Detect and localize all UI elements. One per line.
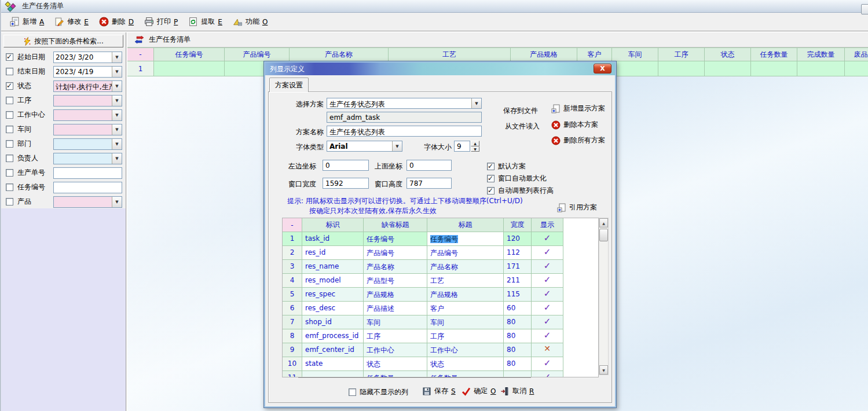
default-title-cell[interactable]: 车间 — [364, 315, 427, 329]
field-id-cell[interactable]: emf_process_id — [302, 329, 364, 343]
grid-column-header[interactable]: 宽度 — [504, 218, 532, 232]
column-header[interactable]: 产品规格 — [511, 48, 577, 61]
default-scheme-checkbox[interactable] — [487, 163, 495, 170]
new-button[interactable]: 新增A — [6, 15, 48, 28]
field-id-cell[interactable] — [302, 371, 364, 377]
show-cell[interactable]: ✓ — [532, 371, 563, 377]
column-header[interactable]: 车间 — [612, 48, 658, 61]
width-cell[interactable]: 115 — [504, 288, 532, 302]
row-number-cell[interactable]: 2 — [283, 246, 302, 260]
width-cell[interactable]: 80 — [504, 329, 532, 343]
condition-checkbox[interactable] — [6, 184, 13, 191]
width-cell[interactable]: 80 — [504, 315, 532, 329]
default-title-cell[interactable]: 状态 — [364, 357, 427, 371]
table-cell[interactable] — [845, 61, 868, 76]
reference-scheme-button[interactable]: 引用方案 — [557, 203, 597, 212]
dropdown-arrow-icon[interactable]: ▼ — [112, 110, 122, 120]
column-header[interactable]: 状态 — [705, 48, 751, 61]
spin-up-icon[interactable]: ▲ — [471, 141, 479, 146]
show-cell[interactable]: ✓ — [532, 315, 563, 329]
grid-row[interactable]: 1 task_id 任务编号 任务编号 120 ✓ — [283, 232, 564, 246]
table-cell[interactable] — [658, 61, 705, 76]
window-height-input[interactable]: 787 — [406, 178, 452, 189]
left-coord-input[interactable]: 0 — [323, 160, 369, 171]
dropdown-arrow-icon[interactable]: ▼ — [112, 52, 122, 63]
grid-horizontal-scrollbar[interactable] — [298, 377, 531, 379]
condition-control[interactable]: ▼ — [53, 167, 122, 179]
grid-vertical-scrollbar[interactable]: ▲ ▼ — [599, 218, 609, 375]
condition-control[interactable]: ▼ — [53, 95, 122, 107]
column-header[interactable]: 工序 — [658, 48, 705, 61]
title-cell[interactable]: 工艺 — [427, 274, 504, 288]
spin-down-icon[interactable]: ▼ — [471, 146, 479, 152]
corner-partial-button[interactable] — [861, 4, 868, 14]
title-cell[interactable]: 工作中心 — [427, 343, 504, 357]
title-cell[interactable]: 客户 — [427, 302, 504, 315]
grid-column-header[interactable]: 标题 — [427, 218, 504, 232]
width-cell[interactable]: 211 — [504, 274, 532, 288]
top-coord-input[interactable]: 0 — [406, 160, 452, 171]
grid-column-header[interactable]: 标识 — [302, 218, 364, 232]
delete-all-schemes-button[interactable]: 删除所有方案 — [551, 135, 605, 145]
default-title-cell[interactable]: 产品编号 — [364, 246, 427, 260]
title-cell[interactable]: 产品名称 — [427, 260, 504, 274]
condition-control[interactable]: ▼ — [53, 138, 122, 150]
font-type-combo[interactable]: Arial ▼ — [327, 141, 402, 152]
window-width-input[interactable]: 1592 — [323, 178, 369, 189]
table-cell[interactable] — [751, 61, 797, 76]
row-number-cell[interactable]: 11 — [283, 371, 302, 377]
dropdown-arrow-icon[interactable]: ▼ — [112, 81, 122, 91]
row-number-cell[interactable]: 8 — [283, 329, 302, 343]
column-header[interactable]: 任务数量 — [751, 48, 797, 61]
show-cell[interactable]: ✓ — [532, 260, 563, 274]
width-cell[interactable]: 80 — [504, 343, 532, 357]
grid-row[interactable]: 4 res_model 产品型号 工艺 211 ✓ — [283, 274, 564, 288]
default-title-cell[interactable]: 工序 — [364, 329, 427, 343]
condition-control[interactable]: ▼ — [53, 182, 122, 193]
condition-checkbox[interactable] — [6, 169, 13, 177]
row-number-cell[interactable]: 9 — [283, 343, 302, 357]
title-cell[interactable]: 车间 — [427, 315, 504, 329]
grid-column-header[interactable]: - — [283, 218, 302, 232]
dialog-titlebar[interactable]: 列显示定义 — [265, 63, 615, 75]
row-number-cell[interactable]: 7 — [283, 315, 302, 329]
grid-row[interactable]: 3 res_name 产品名称 产品名称 171 ✓ — [283, 260, 564, 274]
dropdown-arrow-icon[interactable]: ▼ — [112, 139, 122, 149]
column-header[interactable]: 客户 — [577, 48, 612, 61]
show-cell[interactable]: ✓ — [532, 232, 563, 246]
extract-button[interactable]: 提取E — [184, 15, 226, 28]
default-title-cell[interactable]: 任务编号 — [364, 232, 427, 246]
condition-control[interactable]: 2023/ 3/20 ▼ — [53, 52, 122, 63]
ok-button[interactable]: 确定O — [462, 386, 496, 396]
grid-row[interactable]: 6 res_desc 产品描述 客户 60 ✓ — [283, 302, 564, 315]
condition-control[interactable]: ▼ — [53, 196, 122, 208]
print-button[interactable]: 打印P — [140, 15, 182, 28]
field-id-cell[interactable]: res_id — [302, 246, 364, 260]
field-id-cell[interactable]: res_spec — [302, 288, 364, 302]
condition-control[interactable]: ▼ — [53, 124, 122, 135]
column-header[interactable]: 任务编号 — [154, 48, 225, 61]
field-id-cell[interactable]: res_desc — [302, 302, 364, 315]
column-header[interactable]: 完成数量 — [797, 48, 845, 61]
scrollbar-thumb[interactable] — [599, 229, 608, 241]
add-scheme-button[interactable]: 新增显示方案 — [551, 104, 605, 113]
delete-scheme-button[interactable]: 删除本方案 — [551, 120, 598, 130]
auto-row-height-checkbox[interactable] — [487, 187, 495, 195]
condition-control[interactable]: 2023/ 4/19 ▼ — [53, 66, 122, 78]
field-id-cell[interactable]: task_id — [302, 232, 364, 246]
grid-row[interactable]: 9 emf_center_id 工作中心 工作中心 80 ✕ — [283, 343, 564, 357]
row-number-cell[interactable]: 4 — [283, 274, 302, 288]
show-cell[interactable]: ✓ — [532, 274, 563, 288]
default-title-cell[interactable]: 产品描述 — [364, 302, 427, 315]
dropdown-arrow-icon[interactable]: ▼ — [112, 124, 122, 135]
show-cell[interactable]: ✓ — [532, 288, 563, 302]
grid-row[interactable]: 5 res_spec 产品规格 产品规格 115 ✓ — [283, 288, 564, 302]
condition-checkbox[interactable] — [6, 126, 13, 133]
scheme-name-input[interactable]: 生产任务状态列表 — [327, 126, 482, 137]
default-title-cell[interactable]: 任务数量 — [364, 371, 427, 377]
condition-checkbox[interactable] — [6, 68, 13, 75]
row-number-cell[interactable]: 5 — [283, 288, 302, 302]
show-cell[interactable]: ✓ — [532, 357, 563, 371]
width-cell[interactable]: 171 — [504, 260, 532, 274]
grid-row[interactable]: 11 任务数量 任务数量 ✓ — [283, 371, 564, 377]
